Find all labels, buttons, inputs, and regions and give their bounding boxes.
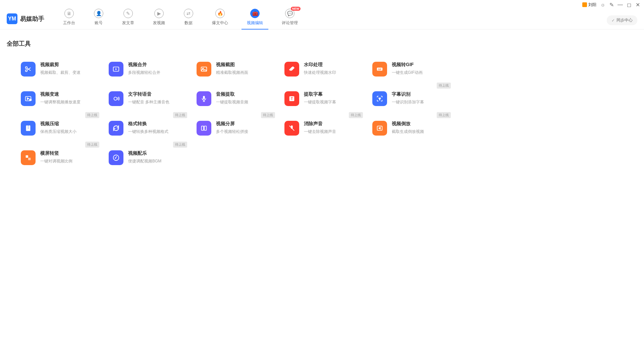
- gif-icon: GIF: [372, 62, 387, 77]
- user-name: 刘阳: [588, 2, 596, 8]
- nav-item-5[interactable]: 🔥爆文中心: [207, 6, 233, 29]
- tool-desc: 便捷调配视频BGM: [128, 158, 161, 164]
- svg-point-0: [25, 67, 28, 69]
- tool-card-4[interactable]: GIF视频转GIF一键生成GIF动画: [368, 58, 452, 81]
- tool-title: 音频提取: [216, 91, 248, 97]
- tool-card-9[interactable]: 待上线T字幕识别一键识别添加字幕: [368, 87, 452, 110]
- svg-text:1x: 1x: [30, 99, 32, 101]
- nav-label: 爆文中心: [212, 20, 228, 26]
- tool-title: 视频分屏: [216, 121, 248, 127]
- tool-card-14[interactable]: 待上线视频倒放截取生成倒放视频: [368, 117, 452, 140]
- tool-desc: 一键对调视频比例: [40, 158, 72, 164]
- tool-card-8[interactable]: T提取字幕一键提取视频字幕: [280, 87, 364, 110]
- tool-title: 视频截图: [216, 62, 248, 68]
- scissors-icon: [21, 62, 36, 77]
- app-name: 易媒助手: [20, 15, 44, 23]
- tool-card-10[interactable]: 待上线视频压缩保画质压缩视频大小: [17, 117, 101, 140]
- tool-desc: 快速处理视频水印: [304, 70, 336, 76]
- tool-info: 水印处理快速处理视频水印: [304, 62, 336, 76]
- tool-info: 视频压缩保画质压缩视频大小: [40, 121, 76, 135]
- pending-badge: 待上线: [437, 112, 451, 118]
- tool-title: 视频压缩: [40, 121, 76, 127]
- nav-label: 视频编辑: [247, 20, 263, 26]
- edit-icon[interactable]: ✎: [609, 2, 614, 7]
- theme-icon[interactable]: ☼: [600, 2, 605, 7]
- tool-card-6[interactable]: 文字转语音一键配音 多种主播音色: [105, 87, 189, 110]
- sync-button[interactable]: 同步中心: [607, 15, 637, 25]
- tool-card-16[interactable]: 待上线视频配乐便捷调配视频BGM: [105, 146, 189, 169]
- tool-card-2[interactable]: 视频截图精准截取视频画面: [193, 58, 276, 81]
- tts-icon: [109, 91, 123, 106]
- tool-desc: 多段视频轻松合并: [128, 70, 160, 76]
- tool-card-5[interactable]: 1x视频变速一键调整视频播放速度: [17, 87, 101, 110]
- tool-info: 视频变速一键调整视频播放速度: [40, 91, 80, 105]
- tool-title: 视频变速: [40, 91, 80, 97]
- tool-card-12[interactable]: 待上线视频分屏多个视频轻松拼接: [193, 117, 276, 140]
- nav-label: 发文章: [122, 20, 134, 26]
- nav-icon: ▶: [154, 9, 164, 18]
- tool-info: 字幕识别一键识别添加字幕: [392, 91, 424, 105]
- nav-icon: ✎: [123, 9, 133, 18]
- nav-item-4[interactable]: ⇄数据: [178, 6, 199, 29]
- nav-label: 工作台: [63, 20, 75, 26]
- tool-title: 水印处理: [304, 62, 336, 68]
- tool-card-0[interactable]: 视频裁剪视频截取、裁剪、变速: [17, 58, 101, 81]
- tool-desc: 多个视频轻松拼接: [216, 129, 248, 135]
- close-icon[interactable]: ✕: [635, 2, 640, 7]
- svg-text:T: T: [379, 97, 381, 101]
- refresh-icon: [109, 121, 123, 136]
- pending-badge: 待上线: [261, 112, 275, 118]
- user-info[interactable]: 刘阳: [582, 2, 596, 8]
- nav-item-6[interactable]: 🧰视频编辑: [241, 6, 268, 29]
- nav-label: 评论管理: [282, 20, 298, 26]
- pending-badge: 待上线: [349, 112, 363, 118]
- tool-card-7[interactable]: 音频提取一键提取视频音频: [193, 87, 276, 110]
- user-avatar-icon: [582, 2, 587, 7]
- header: YM 易媒助手 🖥工作台👤账号✎发文章▶发视频⇄数据🔥爆文中心🧰视频编辑NEW💬…: [0, 9, 644, 30]
- nav-item-0[interactable]: 🖥工作台: [58, 6, 80, 29]
- pending-badge: 待上线: [173, 142, 187, 148]
- tool-desc: 一键提取视频字幕: [304, 99, 336, 105]
- logo[interactable]: YM 易媒助手: [7, 13, 44, 24]
- tool-card-3[interactable]: 水印处理快速处理视频水印: [280, 58, 364, 81]
- zip-icon: [21, 121, 36, 136]
- minimize-icon[interactable]: —: [618, 2, 623, 7]
- tool-desc: 视频截取、裁剪、变速: [40, 70, 80, 76]
- tool-info: 视频合并多段视频轻松合并: [128, 62, 160, 76]
- tool-title: 视频配乐: [128, 150, 161, 156]
- tool-info: 格式转换一键转换多种视频格式: [128, 121, 168, 135]
- tool-card-13[interactable]: 待上线消除声音一键去除视频声音: [280, 117, 364, 140]
- tool-title: 提取字幕: [304, 91, 336, 97]
- tool-desc: 保画质压缩视频大小: [40, 129, 76, 135]
- text-box-icon: T: [284, 91, 299, 106]
- tool-card-15[interactable]: 待上线横屏转竖一键对调视频比例: [17, 146, 101, 169]
- rotate-icon: [21, 150, 36, 165]
- tool-desc: 一键配音 多种主播音色: [128, 99, 169, 105]
- nav-label: 发视频: [153, 20, 165, 26]
- nav-item-2[interactable]: ✎发文章: [117, 6, 140, 29]
- tool-info: 视频转GIF一键生成GIF动画: [392, 62, 423, 76]
- tool-title: 字幕识别: [392, 91, 424, 97]
- tool-title: 视频倒放: [392, 121, 424, 127]
- pending-badge: 待上线: [85, 142, 99, 148]
- nav-item-1[interactable]: 👤账号: [89, 6, 109, 29]
- nav-item-7[interactable]: NEW💬评论管理: [276, 6, 303, 29]
- maximize-icon[interactable]: ◻: [627, 2, 631, 7]
- scan-icon: T: [372, 91, 387, 106]
- svg-rect-15: [202, 126, 204, 131]
- tool-title: 横屏转竖: [40, 150, 72, 156]
- tool-card-11[interactable]: 待上线格式转换一键转换多种视频格式: [105, 117, 189, 140]
- svg-text:T: T: [291, 97, 293, 101]
- tool-desc: 一键提取视频音频: [216, 99, 248, 105]
- music-icon: [109, 150, 123, 165]
- image-icon: [197, 62, 211, 77]
- tool-card-1[interactable]: 视频合并多段视频轻松合并: [105, 58, 189, 81]
- tool-info: 视频配乐便捷调配视频BGM: [128, 150, 161, 164]
- nav-label: 数据: [184, 20, 193, 26]
- nav-icon: ⇄: [184, 9, 193, 18]
- tool-info: 文字转语音一键配音 多种主播音色: [128, 91, 169, 105]
- tool-info: 横屏转竖一键对调视频比例: [40, 150, 72, 164]
- nav-item-3[interactable]: ▶发视频: [148, 6, 170, 29]
- logo-icon: YM: [7, 13, 17, 24]
- svg-text:GIF: GIF: [378, 68, 382, 70]
